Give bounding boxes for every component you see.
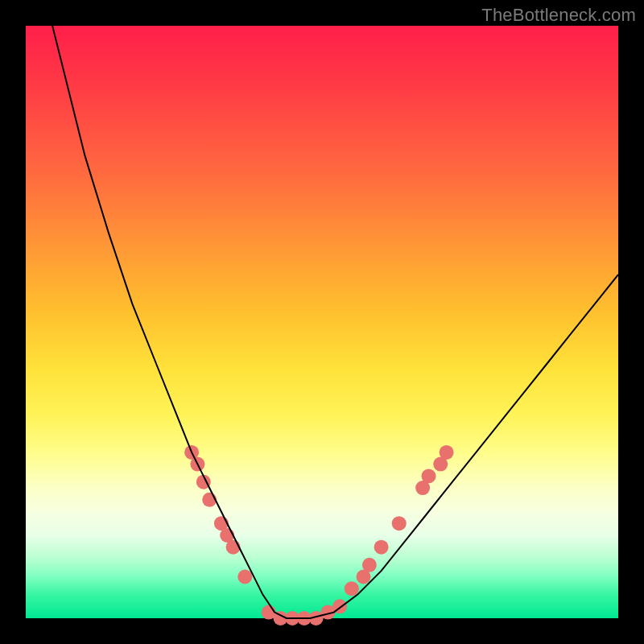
chart-marker: [374, 540, 389, 555]
chart-marker: [362, 558, 377, 572]
chart-marker: [392, 516, 407, 530]
chart-marker: [440, 445, 454, 460]
chart-marker: [237, 570, 252, 584]
watermark-text: TheBottleneck.com: [481, 5, 636, 26]
chart-curve: [49, 14, 618, 618]
chart-overlay-svg: [26, 26, 618, 618]
chart-container: TheBottleneck.com: [0, 0, 644, 644]
chart-markers: [184, 445, 453, 625]
chart-marker: [422, 469, 436, 483]
chart-marker: [345, 581, 359, 596]
